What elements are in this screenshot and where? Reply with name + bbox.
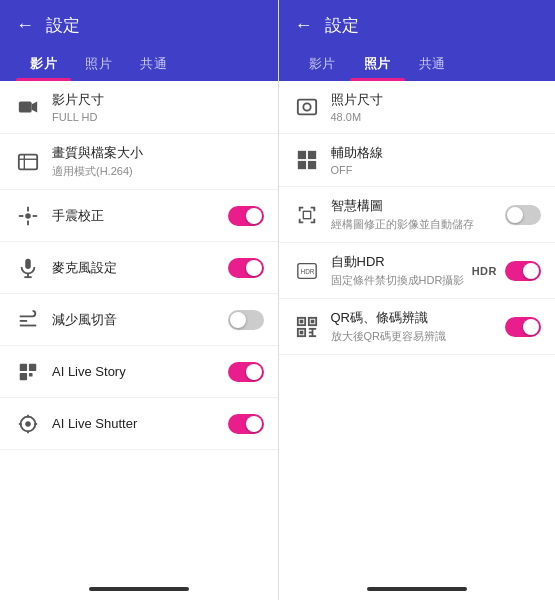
left-bottom-indicator bbox=[89, 587, 189, 591]
setting-text-auto-hdr: 自動HDR固定條件禁切換成HDR攝影 bbox=[331, 253, 472, 288]
setting-item-qr-code: QR碼、條碼辨識放大後QR碼更容易辨識 bbox=[279, 299, 556, 355]
setting-label-auto-hdr: 自動HDR bbox=[331, 253, 472, 271]
setting-item-wind-reduction: 減少風切音 bbox=[0, 294, 278, 346]
hdr-badge: HDR bbox=[472, 265, 497, 277]
quality-icon bbox=[14, 148, 42, 176]
right-content: 照片尺寸48.0M輔助格線OFF智慧構圖經構圖修正的影像並自動儲存HDR自動HD… bbox=[279, 81, 556, 578]
toggle-microphone[interactable] bbox=[228, 258, 264, 278]
setting-label-ai-live-shutter: AI Live Shutter bbox=[52, 416, 228, 431]
right-title: 設定 bbox=[325, 14, 359, 37]
svg-rect-29 bbox=[303, 211, 310, 218]
setting-sublabel-quality-filesize: 適用模式(H.264) bbox=[52, 164, 264, 179]
svg-point-24 bbox=[303, 103, 310, 110]
setting-text-quality-filesize: 畫質與檔案大小適用模式(H.264) bbox=[52, 144, 264, 179]
svg-rect-37 bbox=[299, 330, 303, 334]
setting-text-photo-size: 照片尺寸48.0M bbox=[331, 91, 542, 123]
left-title: 設定 bbox=[46, 14, 80, 37]
toggle-qr-code[interactable] bbox=[505, 317, 541, 337]
svg-rect-2 bbox=[19, 154, 37, 169]
setting-sublabel-video-size: FULL HD bbox=[52, 111, 264, 123]
svg-rect-14 bbox=[29, 363, 36, 370]
toggle-ai-live-story[interactable] bbox=[228, 362, 264, 382]
svg-rect-27 bbox=[297, 161, 305, 169]
setting-label-quality-filesize: 畫質與檔案大小 bbox=[52, 144, 264, 162]
setting-label-stabilization: 手震校正 bbox=[52, 207, 228, 225]
setting-text-wind-reduction: 減少風切音 bbox=[52, 311, 228, 329]
stabilize-icon bbox=[14, 202, 42, 230]
setting-sublabel-auto-hdr: 固定條件禁切換成HDR攝影 bbox=[331, 273, 472, 288]
right-header: ← 設定 影片 照片 共通 bbox=[279, 0, 556, 81]
video-icon bbox=[14, 93, 42, 121]
setting-item-photo-size: 照片尺寸48.0M bbox=[279, 81, 556, 134]
svg-text:HDR: HDR bbox=[300, 267, 314, 274]
svg-rect-23 bbox=[297, 100, 315, 115]
left-content: 影片尺寸FULL HD畫質與檔案大小適用模式(H.264)手震校正麥克風設定減少… bbox=[0, 81, 278, 578]
setting-item-quality-filesize: 畫質與檔案大小適用模式(H.264) bbox=[0, 134, 278, 190]
left-tab-photo[interactable]: 照片 bbox=[71, 49, 126, 81]
right-back-button[interactable]: ← bbox=[295, 15, 313, 36]
setting-text-stabilization: 手震校正 bbox=[52, 207, 228, 225]
svg-rect-25 bbox=[297, 151, 305, 159]
left-panel: ← 設定 影片 照片 共通 影片尺寸FULL HD畫質與檔案大小適用模式(H.2… bbox=[0, 0, 278, 600]
setting-label-microphone: 麥克風設定 bbox=[52, 259, 228, 277]
right-header-top: ← 設定 bbox=[295, 14, 540, 37]
left-tab-common[interactable]: 共通 bbox=[126, 49, 181, 81]
left-header-top: ← 設定 bbox=[16, 14, 262, 37]
setting-label-qr-code: QR碼、條碼辨識 bbox=[331, 309, 506, 327]
svg-rect-28 bbox=[307, 161, 315, 169]
smart-frame-icon bbox=[293, 201, 321, 229]
toggle-ai-live-shutter[interactable] bbox=[228, 414, 264, 434]
setting-text-smart-framing: 智慧構圖經構圖修正的影像並自動儲存 bbox=[331, 197, 506, 232]
setting-text-ai-live-story: AI Live Story bbox=[52, 364, 228, 379]
setting-sublabel-smart-framing: 經構圖修正的影像並自動儲存 bbox=[331, 217, 506, 232]
setting-sublabel-qr-code: 放大後QR碼更容易辨識 bbox=[331, 329, 506, 344]
right-panel: ← 設定 影片 照片 共通 照片尺寸48.0M輔助格線OFF智慧構圖經構圖修正的… bbox=[278, 0, 556, 600]
setting-label-smart-framing: 智慧構圖 bbox=[331, 197, 506, 215]
right-tab-video[interactable]: 影片 bbox=[295, 49, 350, 81]
mic-icon bbox=[14, 254, 42, 282]
setting-item-stabilization: 手震校正 bbox=[0, 190, 278, 242]
toggle-smart-framing[interactable] bbox=[505, 205, 541, 225]
left-header: ← 設定 影片 照片 共通 bbox=[0, 0, 278, 81]
left-tabs: 影片 照片 共通 bbox=[16, 49, 262, 81]
setting-item-microphone: 麥克風設定 bbox=[0, 242, 278, 294]
toggle-stabilization[interactable] bbox=[228, 206, 264, 226]
setting-item-smart-framing: 智慧構圖經構圖修正的影像並自動儲存 bbox=[279, 187, 556, 243]
qr-icon bbox=[293, 313, 321, 341]
svg-rect-35 bbox=[310, 319, 314, 323]
ai-shutter-icon bbox=[14, 410, 42, 438]
setting-label-ai-live-story: AI Live Story bbox=[52, 364, 228, 379]
right-tab-common[interactable]: 共通 bbox=[405, 49, 460, 81]
setting-text-qr-code: QR碼、條碼辨識放大後QR碼更容易辨識 bbox=[331, 309, 506, 344]
left-bottom-bar bbox=[0, 578, 278, 600]
setting-item-assist-grid: 輔助格線OFF bbox=[279, 134, 556, 187]
svg-rect-16 bbox=[29, 372, 33, 376]
setting-sublabel-assist-grid: OFF bbox=[331, 164, 542, 176]
svg-rect-10 bbox=[25, 258, 31, 268]
toggle-wind-reduction[interactable] bbox=[228, 310, 264, 330]
setting-text-video-size: 影片尺寸FULL HD bbox=[52, 91, 264, 123]
svg-rect-0 bbox=[19, 102, 32, 113]
grid-icon bbox=[293, 146, 321, 174]
svg-point-5 bbox=[25, 213, 31, 219]
left-tab-video[interactable]: 影片 bbox=[16, 49, 71, 81]
svg-rect-13 bbox=[20, 363, 27, 370]
right-tabs: 影片 照片 共通 bbox=[295, 49, 540, 81]
svg-point-18 bbox=[25, 421, 31, 427]
setting-item-video-size: 影片尺寸FULL HD bbox=[0, 81, 278, 134]
wind-icon bbox=[14, 306, 42, 334]
setting-item-ai-live-story: AI Live Story bbox=[0, 346, 278, 398]
setting-sublabel-photo-size: 48.0M bbox=[331, 111, 542, 123]
setting-label-assist-grid: 輔助格線 bbox=[331, 144, 542, 162]
setting-label-photo-size: 照片尺寸 bbox=[331, 91, 542, 109]
svg-rect-26 bbox=[307, 151, 315, 159]
setting-text-ai-live-shutter: AI Live Shutter bbox=[52, 416, 228, 431]
setting-text-assist-grid: 輔助格線OFF bbox=[331, 144, 542, 176]
toggle-auto-hdr[interactable] bbox=[505, 261, 541, 281]
right-tab-photo[interactable]: 照片 bbox=[350, 49, 405, 81]
setting-item-auto-hdr: HDR自動HDR固定條件禁切換成HDR攝影HDR bbox=[279, 243, 556, 299]
svg-rect-15 bbox=[20, 372, 27, 379]
setting-label-video-size: 影片尺寸 bbox=[52, 91, 264, 109]
left-back-button[interactable]: ← bbox=[16, 15, 34, 36]
svg-marker-1 bbox=[32, 102, 37, 113]
